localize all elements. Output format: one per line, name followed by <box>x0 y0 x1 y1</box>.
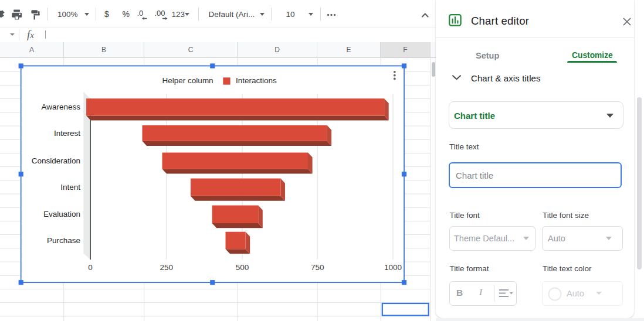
svg-text:500: 500 <box>236 263 249 272</box>
svg-text:Evaluation: Evaluation <box>43 210 80 218</box>
svg-text:0: 0 <box>88 263 93 272</box>
svg-text:Helper column: Helper column <box>162 76 213 85</box>
svg-text:Consideration: Consideration <box>32 156 80 165</box>
svg-text:1000: 1000 <box>384 263 402 272</box>
svg-text:250: 250 <box>160 263 173 272</box>
svg-text:Interactions: Interactions <box>236 76 277 85</box>
svg-text:Purchase: Purchase <box>47 236 80 245</box>
svg-text:750: 750 <box>311 263 324 272</box>
svg-text:Interest: Interest <box>54 129 80 138</box>
svg-text:Awareness: Awareness <box>41 103 80 111</box>
svg-text:Intent: Intent <box>60 183 80 192</box>
